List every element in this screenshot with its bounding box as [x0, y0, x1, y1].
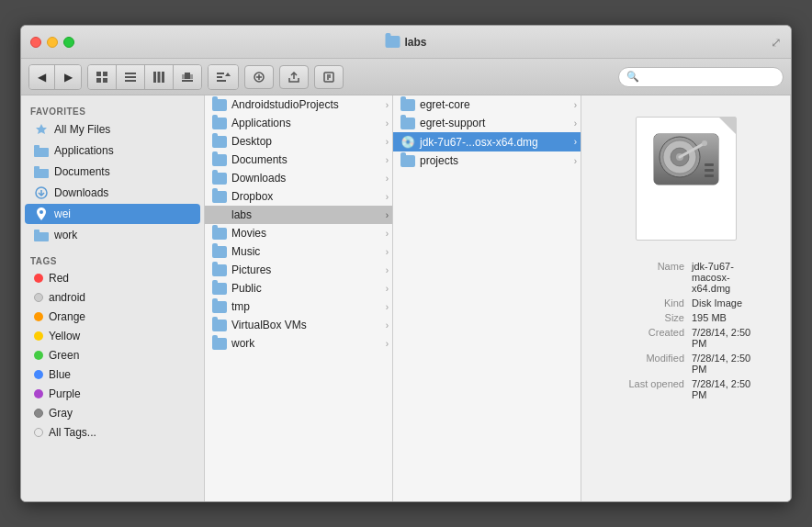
modified-label: Modified — [609, 353, 692, 375]
list-item[interactable]: egret-core › — [393, 95, 581, 114]
arrange-button[interactable] — [209, 65, 238, 89]
blue-dot — [34, 370, 43, 379]
sidebar-item-documents[interactable]: Documents — [25, 162, 200, 182]
tag-label: Blue — [49, 368, 71, 381]
list-item[interactable]: Dropbox › — [205, 187, 392, 206]
chevron-icon: › — [386, 192, 389, 202]
view-columns-button[interactable] — [145, 65, 174, 89]
red-dot — [34, 274, 43, 283]
search-input[interactable] — [639, 72, 775, 83]
work-icon — [34, 228, 49, 242]
last-opened-value: 7/28/14, 2:50 PM — [692, 378, 762, 400]
svg-rect-26 — [34, 145, 39, 149]
sidebar-tag-red[interactable]: Red — [25, 269, 200, 287]
list-item[interactable]: egret-support › — [393, 114, 581, 132]
file-label: labs — [231, 208, 252, 221]
sidebar-tag-purple[interactable]: Purple — [25, 385, 200, 403]
svg-rect-9 — [162, 72, 164, 83]
svg-point-31 — [39, 210, 43, 214]
file-label: tmp — [231, 300, 250, 313]
sidebar-item-all-my-files[interactable]: All My Files — [25, 119, 200, 140]
dmg-preview — [636, 117, 737, 241]
file-preview — [631, 114, 741, 242]
tags-header: TAGS — [21, 252, 204, 268]
detail-info: Name jdk-7u67-macosx-x64.dmg Kind Disk I… — [600, 261, 772, 404]
created-label: Created — [609, 327, 692, 349]
list-item[interactable]: Public › — [205, 279, 392, 297]
sidebar-item-label: Documents — [54, 165, 110, 178]
sidebar-tag-orange[interactable]: Orange — [25, 308, 200, 326]
list-item[interactable]: projects › — [393, 151, 581, 170]
name-label: Name — [609, 261, 692, 294]
list-item[interactable]: Pictures › — [205, 261, 392, 279]
list-item[interactable]: tmp › — [205, 297, 392, 316]
folder-icon — [212, 209, 227, 221]
tag-label: Red — [49, 272, 69, 285]
column-2: egret-core › egret-support › 💿 jdk-7u67-… — [393, 95, 581, 501]
chevron-icon: › — [386, 174, 389, 184]
green-dot — [34, 351, 43, 360]
list-item[interactable]: Music › — [205, 242, 392, 261]
file-label: jdk-7u67-...osx-x64.dmg — [420, 136, 538, 149]
column-1: AndroidstudioProjects › Applications › D… — [205, 95, 393, 501]
detail-kind-row: Kind Disk Image — [609, 297, 762, 308]
tag-label: Green — [49, 349, 79, 362]
purple-dot — [34, 389, 43, 398]
list-item[interactable]: work › — [205, 334, 392, 353]
view-list-button[interactable] — [117, 65, 145, 89]
file-label: Public — [231, 282, 262, 295]
back-button[interactable]: ◀ — [29, 65, 55, 89]
sidebar-item-applications[interactable]: Applications — [25, 140, 200, 161]
minimize-button[interactable] — [47, 37, 58, 48]
sidebar-tag-blue[interactable]: Blue — [25, 365, 200, 384]
list-item[interactable]: VirtualBox VMs › — [205, 316, 392, 334]
sidebar-item-label: All My Files — [54, 123, 110, 136]
list-item-selected[interactable]: labs › — [205, 206, 392, 224]
sidebar-item-work[interactable]: work — [25, 225, 200, 245]
view-icon-button[interactable] — [88, 65, 117, 89]
chevron-icon: › — [386, 229, 389, 239]
list-item[interactable]: Documents › — [205, 151, 392, 169]
close-button[interactable] — [30, 37, 41, 48]
detail-name-row: Name jdk-7u67-macosx-x64.dmg — [609, 261, 762, 294]
view-buttons — [87, 64, 202, 90]
list-item[interactable]: AndroidstudioProjects › — [205, 95, 392, 114]
maximize-button[interactable] — [63, 37, 74, 48]
svg-rect-11 — [182, 74, 185, 79]
folder-icon — [212, 246, 227, 258]
list-item[interactable]: Movies › — [205, 224, 392, 242]
title-folder-icon — [385, 36, 400, 48]
chevron-icon: › — [386, 284, 389, 294]
folder-icon — [400, 99, 415, 111]
list-item[interactable]: Applications › — [205, 114, 392, 132]
sidebar-tag-gray[interactable]: Gray — [25, 404, 200, 422]
view-coverflow-button[interactable] — [174, 65, 201, 89]
search-box[interactable]: 🔍 — [618, 67, 784, 87]
created-value: 7/28/14, 2:50 PM — [692, 327, 762, 349]
resize-icon[interactable]: ⤢ — [771, 35, 782, 50]
name-value: jdk-7u67-macosx-x64.dmg — [692, 261, 762, 294]
sidebar-tag-android[interactable]: android — [25, 288, 200, 307]
file-label: AndroidstudioProjects — [231, 98, 339, 111]
file-label: Applications — [231, 117, 291, 129]
forward-button[interactable]: ▶ — [55, 65, 81, 89]
action-button[interactable] — [244, 65, 274, 89]
list-item[interactable]: Downloads › — [205, 169, 392, 187]
arrange-buttons — [208, 64, 239, 90]
folder-icon — [400, 155, 415, 167]
sidebar-tag-yellow[interactable]: Yellow — [25, 327, 200, 345]
file-label: work — [231, 337, 254, 350]
share-button[interactable] — [279, 65, 309, 89]
sidebar-item-wei[interactable]: wei — [25, 204, 200, 224]
path-button[interactable] — [314, 65, 344, 89]
sidebar-item-downloads[interactable]: Downloads — [25, 183, 200, 203]
sidebar-tag-all[interactable]: All Tags... — [25, 423, 200, 442]
sidebar-tag-green[interactable]: Green — [25, 346, 200, 364]
chevron-icon: › — [386, 247, 389, 257]
folder-icon — [212, 99, 227, 111]
svg-rect-14 — [217, 73, 224, 74]
file-label: egret-core — [420, 98, 470, 111]
list-item[interactable]: Desktop › — [205, 132, 392, 151]
svg-rect-8 — [158, 72, 161, 83]
list-item-selected[interactable]: 💿 jdk-7u67-...osx-x64.dmg › — [393, 132, 581, 151]
